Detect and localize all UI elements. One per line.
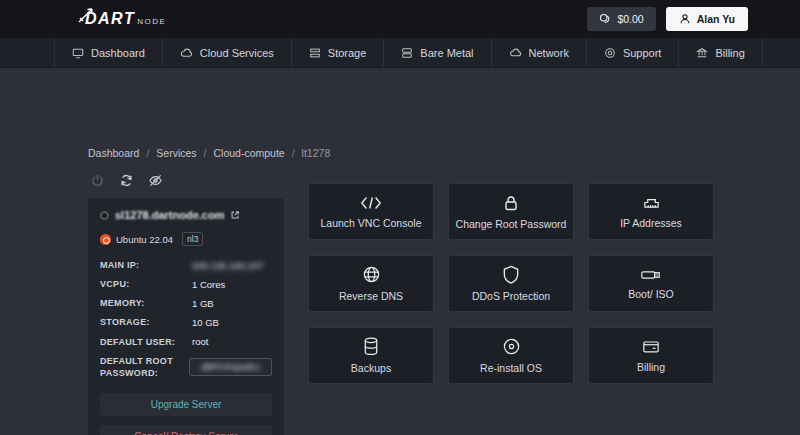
destroy-server-button[interactable]: Cancel/ Destroy Server [100, 425, 272, 435]
detail-label: VCPU: [100, 278, 192, 290]
default-user-value: root [192, 336, 208, 347]
nav-dashboard[interactable]: Dashboard [54, 38, 163, 67]
root-password-value: d8RTnPq2w9Lt [201, 362, 259, 372]
lock-icon [502, 194, 520, 212]
crumb-separator: / [146, 147, 149, 159]
detail-row-memory: MEMORY: 1 GB [100, 297, 272, 309]
status-indicator [100, 211, 109, 220]
detail-row-vcpu: VCPU: 1 Cores [100, 278, 272, 290]
crumb-cloud-compute[interactable]: Cloud-compute [213, 147, 284, 159]
detail-label: MEMORY: [100, 297, 192, 309]
globe-icon [362, 265, 381, 284]
card-label: DDoS Protection [472, 290, 550, 302]
card-label: Re-install OS [480, 362, 542, 374]
user-label: Alan Yu [697, 13, 735, 25]
code-icon [360, 195, 382, 211]
usb-icon [640, 268, 662, 282]
network-icon [509, 46, 522, 59]
ubuntu-logo-icon [100, 234, 111, 245]
change-root-password-card[interactable]: Change Root Password [448, 183, 574, 240]
storage-value: 10 GB [192, 317, 219, 328]
ddos-protection-card[interactable]: DDoS Protection [448, 255, 574, 312]
server-icon [401, 47, 413, 59]
action-grid: Launch VNC Console Change Root Password … [308, 183, 714, 384]
detail-row-root-password: DEFAULT ROOT PASSWORD: d8RTnPq2w9Lt [100, 355, 272, 379]
main-nav: Dashboard Cloud Services Storage Bare Me… [0, 38, 800, 68]
card-label: Backups [351, 362, 391, 374]
crumb-separator: / [292, 147, 295, 159]
storage-icon [309, 47, 321, 59]
reverse-dns-card[interactable]: Reverse DNS [308, 255, 434, 312]
root-password-field: d8RTnPq2w9Lt [189, 358, 272, 376]
coin-icon [599, 13, 611, 25]
nav-billing[interactable]: Billing [679, 38, 762, 67]
card-label: Reverse DNS [339, 290, 403, 302]
shield-icon [502, 265, 520, 284]
detail-label: STORAGE: [100, 316, 192, 328]
detail-label: DEFAULT USER: [100, 336, 192, 348]
nav-bare-metal[interactable]: Bare Metal [384, 38, 491, 67]
nav-support[interactable]: Support [587, 38, 680, 67]
reboot-icon[interactable] [119, 173, 134, 192]
nav-cloud-services[interactable]: Cloud Services [163, 38, 292, 67]
billing-icon [696, 47, 708, 59]
support-icon [604, 47, 616, 59]
detail-row-storage: STORAGE: 10 GB [100, 316, 272, 328]
boot-iso-card[interactable]: Boot/ ISO [588, 255, 714, 312]
ip-addresses-card[interactable]: IP Addresses [588, 183, 714, 240]
card-label: IP Addresses [620, 217, 682, 229]
user-menu-button[interactable]: Alan Yu [666, 7, 748, 31]
arrow-icon [76, 5, 96, 25]
card-label: Billing [637, 361, 665, 373]
ethernet-icon [642, 194, 661, 211]
os-name: Ubuntu 22.04 [116, 234, 173, 245]
nav-network[interactable]: Network [492, 38, 587, 67]
detail-row-default-user: DEFAULT USER: root [100, 336, 272, 348]
server-info-panel: sl1278.dartnode.com Ubuntu 22.04 nl3 MAI… [88, 198, 284, 435]
external-link-icon [230, 210, 240, 220]
breadcrumb: Dashboard / Services / Cloud-compute / l… [88, 147, 330, 159]
nav-label: Cloud Services [200, 47, 274, 59]
crumb-dashboard[interactable]: Dashboard [88, 147, 139, 159]
top-bar: DART NODE $0.00 Alan Yu [0, 0, 800, 38]
balance-button[interactable]: $0.00 [587, 7, 655, 31]
card-label: Change Root Password [456, 218, 567, 230]
backups-card[interactable]: Backups [308, 327, 434, 384]
card-label: Launch VNC Console [321, 217, 422, 229]
detail-label: DEFAULT ROOT PASSWORD: [100, 355, 189, 379]
hostname-link[interactable]: sl1278.dartnode.com [100, 209, 272, 221]
nav-label: Storage [328, 47, 367, 59]
detail-label: MAIN IP: [100, 259, 192, 271]
reinstall-os-card[interactable]: Re-install OS [448, 327, 574, 384]
nav-label: Billing [715, 47, 744, 59]
launch-vnc-console-card[interactable]: Launch VNC Console [308, 183, 434, 240]
disc-icon [502, 337, 521, 356]
cloud-icon [180, 46, 193, 59]
database-icon [363, 337, 379, 356]
location-badge: nl3 [182, 232, 203, 246]
nav-label: Dashboard [91, 47, 145, 59]
main-ip-value: 209.135.169.237 [192, 260, 263, 271]
dartnode-logo[interactable]: DART NODE [85, 10, 166, 28]
crumb-separator: / [204, 147, 207, 159]
crumb-services[interactable]: Services [156, 147, 196, 159]
card-label: Boot/ ISO [628, 288, 674, 300]
crumb-current-server: lt1278 [302, 147, 331, 159]
brand-sub: NODE [137, 17, 166, 26]
upgrade-server-button[interactable]: Upgrade Server [100, 393, 272, 416]
server-hostname: sl1278.dartnode.com [115, 209, 224, 221]
nav-label: Network [529, 47, 569, 59]
wallet-icon [642, 338, 660, 355]
nav-storage[interactable]: Storage [292, 38, 385, 67]
vcpu-value: 1 Cores [192, 279, 225, 290]
memory-value: 1 GB [192, 298, 214, 309]
power-icon[interactable] [90, 173, 105, 192]
detail-row-main-ip: MAIN IP: 209.135.169.237 [100, 259, 272, 271]
balance-label: $0.00 [617, 13, 643, 25]
billing-card[interactable]: Billing [588, 327, 714, 384]
nav-label: Bare Metal [420, 47, 473, 59]
eye-off-icon[interactable] [148, 173, 163, 192]
server-controls [90, 173, 163, 192]
user-icon [679, 13, 691, 25]
dashboard-icon [72, 47, 84, 59]
